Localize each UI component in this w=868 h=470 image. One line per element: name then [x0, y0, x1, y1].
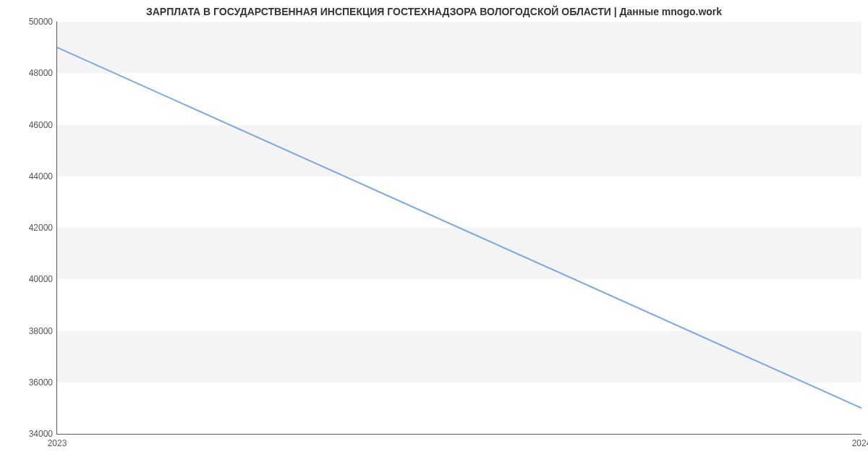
y-tick-label: 44000 [29, 171, 53, 181]
y-tick-label: 48000 [29, 68, 53, 78]
y-tick-label: 42000 [29, 223, 53, 233]
y-tick-label: 40000 [29, 274, 53, 284]
x-tick-label: 2023 [48, 438, 67, 448]
y-tick-label: 34000 [29, 429, 53, 439]
line-series [57, 22, 861, 434]
y-tick-label: 36000 [29, 377, 53, 388]
x-tick-label: 2024 [852, 438, 868, 448]
chart-container: ЗАРПЛАТА В ГОСУДАРСТВЕННАЯ ИНСПЕКЦИЯ ГОС… [0, 0, 868, 470]
plot-area: 3400036000380004000042000440004600048000… [56, 22, 861, 435]
y-tick-label: 38000 [29, 326, 53, 336]
y-tick-label: 50000 [29, 17, 53, 27]
chart-title: ЗАРПЛАТА В ГОСУДАРСТВЕННАЯ ИНСПЕКЦИЯ ГОС… [0, 6, 868, 17]
y-tick-label: 46000 [29, 120, 53, 130]
